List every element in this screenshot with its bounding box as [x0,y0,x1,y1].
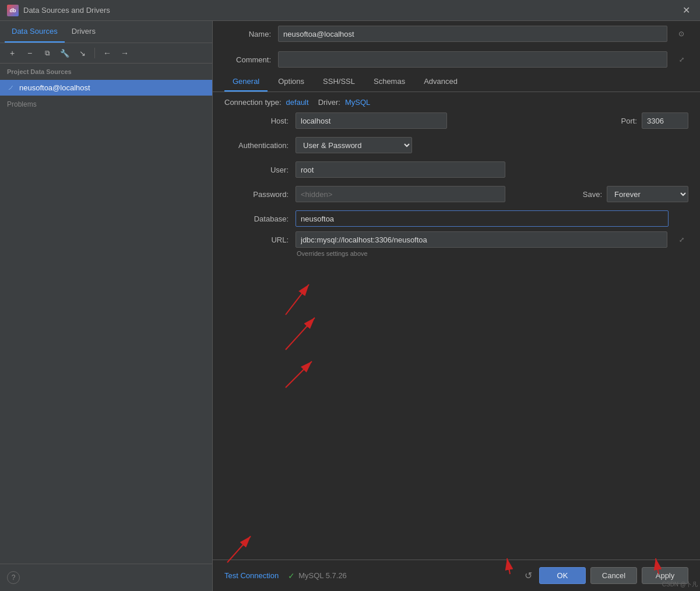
connection-version: MySQL 5.7.26 [298,571,347,580]
comment-label: Comment: [224,55,271,64]
save-group: Save: Forever Until restart Never [583,186,688,202]
port-input[interactable] [642,112,688,129]
sidebar-bottom: ? [0,564,212,591]
database-row: Database: [224,210,688,227]
user-row: User: [224,161,688,178]
refresh-button[interactable]: ↺ [525,570,532,581]
comment-expand-button[interactable]: ⤢ [674,52,688,66]
password-label: Password: [224,190,289,199]
settings-button[interactable]: 🔧 [57,45,72,61]
title-bar: db Data Sources and Drivers ✕ [0,0,700,21]
add-button[interactable]: + [5,45,20,61]
toolbar-separator [94,48,95,58]
datasource-label: neusoftoa@localhost [19,83,90,92]
datasource-item-neusoftoa[interactable]: ⟋ neusoftoa@localhost [0,80,212,96]
driver-label: Driver: [318,98,340,107]
test-connection-button[interactable]: Test Connection [224,571,279,580]
driver-value[interactable]: MySQL [345,98,370,107]
host-input[interactable] [296,112,447,129]
password-input[interactable] [296,186,505,202]
app-icon: db [7,5,19,16]
tab-advanced[interactable]: Advanced [416,72,466,92]
remove-button[interactable]: − [22,45,37,61]
section-header: Project Data Sources [0,64,212,80]
right-panel-tabs: General Options SSH/SSL Schemas Advanced [213,72,700,92]
auth-row: Authentication: User & Password No auth … [224,137,688,153]
url-input[interactable] [296,231,667,248]
window-title: Data Sources and Drivers [23,6,110,15]
auth-select[interactable]: User & Password No auth Windows credenti… [296,137,412,153]
form-section: Host: Port: Authentication: User & Passw… [213,112,700,227]
user-label: User: [224,166,289,174]
comment-input[interactable] [278,51,667,68]
sidebar-toolbar: + − ⧉ 🔧 ↙ ← → [0,43,212,64]
problems-label: Problems [7,100,37,108]
tab-sshssl[interactable]: SSH/SSL [315,72,363,92]
tab-datasources[interactable]: Data Sources [5,21,65,43]
auth-label: Authentication: [224,141,289,150]
url-note: Overrides settings above [224,250,688,257]
watermark: CSDN @卜凡 [662,581,698,589]
name-label: Name: [224,30,271,38]
tab-drivers[interactable]: Drivers [65,21,103,43]
connection-type-label: Connection type: [224,98,282,107]
user-input[interactable] [296,161,505,178]
ok-button[interactable]: OK [539,567,586,584]
bottom-bar: Test Connection ✓ MySQL 5.7.26 ↺ OK Canc… [213,560,700,591]
name-row: Name: ⊙ [213,21,700,47]
tab-schemas[interactable]: Schemas [365,72,413,92]
problems-section: Problems [0,96,212,113]
connection-type-row: Connection type: default Driver: MySQL [213,92,700,112]
sidebar: Data Sources Drivers + − ⧉ 🔧 ↙ ← → Proje… [0,21,213,591]
save-label: Save: [583,190,602,199]
save-select[interactable]: Forever Until restart Never [607,186,688,202]
datasource-icon: ⟋ [7,83,15,92]
database-input[interactable] [296,210,669,227]
connection-status: ✓ MySQL 5.7.26 [288,571,347,581]
url-row: URL: ⤢ [224,231,688,248]
help-button[interactable]: ? [7,571,20,584]
import-button[interactable]: ↙ [75,45,90,61]
sidebar-tabs: Data Sources Drivers [0,21,212,43]
password-row: Password: Save: Forever Until restart Ne… [224,186,688,202]
comment-row: Comment: ⤢ [213,47,700,72]
main-layout: Data Sources Drivers + − ⧉ 🔧 ↙ ← → Proje… [0,21,700,591]
name-input[interactable] [278,26,667,42]
url-expand-button[interactable]: ⤢ [674,233,688,247]
right-panel: Name: ⊙ Comment: ⤢ General Options SSH/S… [213,21,700,591]
close-button[interactable]: ✕ [679,3,693,17]
cancel-button[interactable]: Cancel [590,567,637,584]
host-port-row: Host: Port: [224,112,688,129]
tab-general[interactable]: General [224,72,268,92]
host-label: Host: [224,117,289,125]
url-section: URL: ⤢ Overrides settings above [213,231,700,257]
database-label: Database: [224,214,289,223]
status-check-icon: ✓ [288,571,295,581]
tab-options[interactable]: Options [270,72,312,92]
name-expand-button[interactable]: ⊙ [674,27,688,41]
port-group: Port: [621,112,688,129]
copy-button[interactable]: ⧉ [40,45,55,61]
url-label: URL: [224,235,289,244]
back-button[interactable]: ← [100,45,115,61]
port-label: Port: [621,117,637,125]
forward-button[interactable]: → [117,45,132,61]
connection-type-value[interactable]: default [286,98,309,107]
